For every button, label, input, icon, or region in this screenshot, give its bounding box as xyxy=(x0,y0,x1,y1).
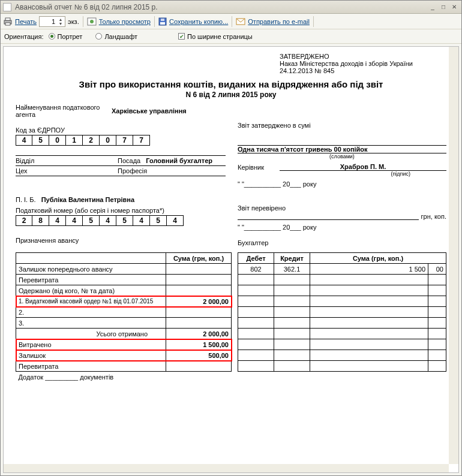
maximize-button[interactable]: □ xyxy=(439,3,448,11)
copies-suffix: экз. xyxy=(68,18,79,25)
code-cell: 4 xyxy=(167,215,184,226)
toolbar: Печать ▲ ▼ экз. Только просмотр Сохранит… xyxy=(1,14,461,29)
code-cell: 5 xyxy=(150,215,167,226)
document-area: ЗАТВЕРДЖЕНО Наказ Міністерства доходів і… xyxy=(3,46,459,473)
horizontal-scrollbar[interactable] xyxy=(4,464,449,472)
svg-rect-7 xyxy=(161,19,164,21)
svg-rect-1 xyxy=(5,18,10,20)
agent-label: Найменування податкового агента xyxy=(16,104,106,118)
tax-number: 2844545454 xyxy=(16,215,226,226)
minimize-button[interactable]: _ xyxy=(428,3,437,11)
send-email-button[interactable]: Отправить по e-mail xyxy=(248,18,310,25)
fit-width-check[interactable]: ✔ По ширине страницы xyxy=(178,33,253,40)
amount-words: Одна тисяча п'ятсот гривень 00 копійок xyxy=(238,146,446,153)
code-cell: 0 xyxy=(49,135,66,146)
copies-spinner[interactable]: ▲ ▼ xyxy=(39,16,65,27)
code-cell: 2 xyxy=(83,135,100,146)
save-copy-button[interactable]: Сохранить копию... xyxy=(169,18,228,25)
titlebar: Авансовый отчет № 6 від 02 липня 2015 р.… xyxy=(1,1,461,14)
check-icon: ✔ xyxy=(178,33,185,40)
printer-icon xyxy=(3,17,13,26)
code-cell: 5 xyxy=(32,135,49,146)
landscape-radio[interactable]: Ландшафт xyxy=(95,33,137,40)
code-cell: 8 xyxy=(32,215,49,226)
code-cell: 1 xyxy=(66,135,83,146)
report-page: ЗАТВЕРДЖЕНО Наказ Міністерства доходів і… xyxy=(4,47,458,394)
code-cell: 5 xyxy=(83,215,100,226)
date-line: " "__________ 20___ року xyxy=(238,180,446,188)
svg-rect-6 xyxy=(160,22,165,25)
mail-icon xyxy=(236,18,245,25)
app-window: Авансовый отчет № 6 від 02 липня 2015 р.… xyxy=(0,0,462,476)
code-cell: 4 xyxy=(49,215,66,226)
code-cell: 4 xyxy=(133,215,150,226)
code-cell: 4 xyxy=(16,135,32,146)
edrpou-code: 45012077 xyxy=(16,135,226,146)
portrait-radio[interactable]: Портрет xyxy=(49,33,83,40)
orientation-bar: Ориентация: Портрет Ландшафт ✔ По ширине… xyxy=(1,29,461,44)
window-title: Авансовый отчет № 6 від 02 липня 2015 р. xyxy=(15,3,428,11)
preview-button[interactable]: Только просмотр xyxy=(99,18,151,25)
vertical-scrollbar[interactable] xyxy=(449,47,458,464)
code-cell: 0 xyxy=(100,135,116,146)
accounting-table: Дебет Кредит Сума (грн, коп.) 802 362.1 … xyxy=(238,252,446,372)
edrpou-label: Код за ЄДРПОУ xyxy=(16,126,226,134)
code-cell: 7 xyxy=(133,135,150,146)
code-cell: 4 xyxy=(66,215,83,226)
code-cell: 7 xyxy=(116,135,133,146)
preview-icon xyxy=(87,17,97,26)
copies-input[interactable] xyxy=(41,17,56,26)
disk-icon xyxy=(158,17,167,26)
doc-icon xyxy=(3,3,11,11)
print-button[interactable]: Печать xyxy=(15,18,37,25)
radio-icon xyxy=(49,33,55,40)
doc-subtitle: N 6 від 2 липня 2015 року xyxy=(16,91,446,99)
spin-down[interactable]: ▼ xyxy=(58,22,64,26)
close-button[interactable]: ✕ xyxy=(449,3,459,11)
orientation-label: Ориентация: xyxy=(4,33,44,40)
svg-rect-2 xyxy=(5,23,10,25)
agent-name: Харківське управління xyxy=(112,107,187,115)
radio-icon xyxy=(95,33,102,40)
code-cell: 2 xyxy=(16,215,32,226)
code-cell: 5 xyxy=(116,215,133,226)
spin-up[interactable]: ▲ xyxy=(58,17,64,22)
svg-point-4 xyxy=(90,20,94,23)
sum-approved-label: Звіт затверджено в сумі xyxy=(238,122,446,129)
code-cell: 4 xyxy=(100,215,116,226)
advance-table: Сума (грн, коп.) Залишок попереднього ав… xyxy=(16,252,232,382)
approval-block: ЗАТВЕРДЖЕНО Наказ Міністерства доходів і… xyxy=(280,53,446,74)
doc-title: Звіт про використання коштів, виданих на… xyxy=(16,79,446,89)
